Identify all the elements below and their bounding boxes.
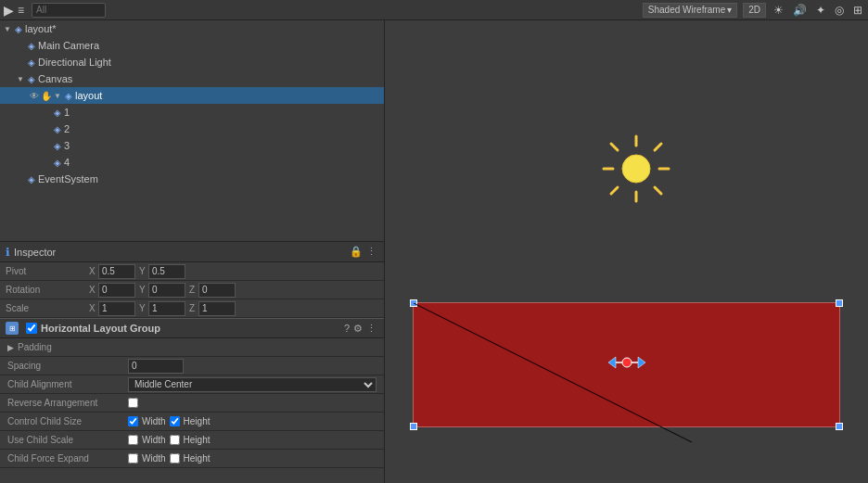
hierarchy-label-item4: 4: [64, 157, 70, 168]
corner-handle-tr[interactable]: [836, 299, 843, 307]
pivot-y-axis-label: Y: [139, 266, 147, 276]
effects-icon-button[interactable]: ✦: [814, 4, 827, 17]
svg-line-7: [611, 187, 618, 194]
force-expand-height-label: Height: [184, 453, 211, 464]
spacing-label: Spacing: [7, 361, 128, 371]
viewport[interactable]: [385, 20, 868, 483]
top-toolbar: ▶ ≡ Shaded Wireframe ▾ 2D ☀ 🔊 ✦ ◎ ⊞: [0, 0, 868, 20]
hierarchy-icon-directional_light: ◈: [28, 57, 35, 68]
child-force-expand-label: Child Force Expand: [7, 453, 128, 464]
audio-icon-button[interactable]: 🔊: [791, 4, 809, 17]
hierarchy-item-item3[interactable]: ◈3: [0, 137, 384, 154]
hierarchy-item-directional_light[interactable]: ◈Directional Light: [0, 54, 384, 70]
inspector-menu-button[interactable]: ⋮: [364, 246, 378, 258]
rotation-label: Rotation: [6, 285, 89, 295]
sun-svg: [599, 132, 673, 206]
spacing-input[interactable]: [128, 359, 184, 374]
rotation-fields: X Y Z: [89, 283, 378, 298]
padding-arrow-icon: ▶: [7, 343, 14, 352]
hamburger-icon[interactable]: ≡: [18, 4, 24, 17]
pivot-y-input[interactable]: [148, 264, 185, 279]
control-child-size-checkboxes: Width Height: [128, 416, 210, 426]
toolbar-search-input[interactable]: [32, 3, 106, 18]
hierarchy-label-item2: 2: [64, 123, 70, 134]
light-icon-button[interactable]: ☀: [772, 4, 785, 17]
corner-handle-tl[interactable]: [410, 299, 417, 307]
selected-rect[interactable]: [413, 302, 840, 427]
corner-handle-bl[interactable]: [410, 423, 417, 430]
hierarchy-label-layout_root: layout*: [25, 23, 57, 34]
child-alignment-dropdown[interactable]: Upper LeftUpper CenterUpper RightMiddle …: [128, 377, 377, 392]
padding-label: Padding: [18, 342, 52, 352]
hierarchy-item-item1[interactable]: ◈1: [0, 104, 384, 121]
scale-z-input[interactable]: [198, 301, 236, 316]
main-area: ▼◈layout*◈Main Camera◈Directional Light▼…: [0, 20, 868, 483]
hierarchy-item-main_camera[interactable]: ◈Main Camera: [0, 37, 384, 54]
component-title: Horizontal Layout Group: [41, 323, 160, 334]
hierarchy-icon-layout_root: ◈: [15, 24, 22, 34]
unity-logo-icon: ▶: [4, 3, 14, 18]
component-enabled-checkbox[interactable]: [26, 323, 37, 334]
scale-y-input[interactable]: [148, 301, 185, 316]
control-child-size-row: Control Child Size Width Height: [0, 413, 384, 431]
pivot-x-input[interactable]: [98, 264, 135, 279]
hierarchy-icon-layout_child: ◈: [65, 91, 72, 101]
layers-icon-button[interactable]: ⊞: [851, 4, 864, 17]
use-child-scale-width-checkbox[interactable]: [128, 435, 138, 445]
hierarchy-item-canvas[interactable]: ▼◈Canvas: [0, 70, 384, 87]
child-force-expand-width-checkbox[interactable]: [128, 453, 138, 464]
view-2d-button[interactable]: 2D: [743, 3, 766, 18]
rotation-x-input[interactable]: [98, 283, 135, 298]
hierarchy-label-canvas: Canvas: [38, 73, 72, 84]
eye-icon[interactable]: 👁: [30, 91, 39, 101]
hierarchy-icon-canvas: ◈: [28, 74, 35, 84]
control-child-size-height-checkbox[interactable]: [170, 416, 180, 426]
rotation-z-input[interactable]: [198, 283, 236, 298]
rotation-z-axis-label: Z: [189, 285, 197, 295]
force-expand-width-label: Width: [142, 453, 166, 464]
svg-marker-11: [638, 357, 645, 368]
scale-y-group: Y: [139, 301, 185, 316]
lock-button[interactable]: 🔒: [348, 246, 364, 258]
rotation-y-group: Y: [139, 283, 185, 298]
rotation-x-axis-label: X: [89, 285, 96, 295]
corner-handle-br[interactable]: [836, 423, 843, 430]
hierarchy-label-main_camera: Main Camera: [38, 40, 99, 51]
svg-marker-10: [608, 357, 616, 368]
scale-x-axis-label: X: [89, 303, 96, 313]
hand-icon[interactable]: ✋: [41, 91, 52, 101]
control-height-label: Height: [184, 416, 211, 426]
control-child-size-width-checkbox[interactable]: [128, 416, 138, 426]
hierarchy-item-event_system[interactable]: ◈EventSystem: [0, 171, 384, 187]
hierarchy-item-layout_root[interactable]: ▼◈layout*: [0, 20, 384, 37]
use-child-scale-row: Use Child Scale Width Height: [0, 431, 384, 450]
use-child-scale-label: Use Child Scale: [7, 435, 128, 445]
gizmos-icon-button[interactable]: ◎: [833, 4, 846, 17]
hierarchy-item-item4[interactable]: ◈4: [0, 154, 384, 171]
component-settings-button[interactable]: ⚙: [351, 323, 364, 335]
scale-y-axis-label: Y: [139, 303, 147, 313]
inspector-header: ℹ Inspector 🔒 ⋮: [0, 242, 384, 262]
hierarchy-label-event_system: EventSystem: [38, 173, 98, 184]
hierarchy-item-layout_child[interactable]: 👁✋▼◈layout: [0, 87, 384, 104]
scale-x-input[interactable]: [98, 301, 135, 316]
child-force-expand-row: Child Force Expand Width Height: [0, 450, 384, 468]
hierarchy-label-directional_light: Directional Light: [38, 57, 111, 68]
pivot-x-axis-label: X: [89, 266, 96, 276]
hierarchy-item-item2[interactable]: ◈2: [0, 121, 384, 137]
child-alignment-label: Child Alignment: [7, 379, 128, 389]
use-child-scale-height-checkbox[interactable]: [170, 435, 180, 445]
svg-line-9: [414, 303, 692, 442]
toolbar-logo: ▶ ≡: [4, 3, 24, 18]
scale-z-group: Z: [189, 301, 236, 316]
reverse-arrangement-checkbox[interactable]: [128, 398, 138, 408]
component-help-button[interactable]: ?: [342, 323, 351, 334]
svg-point-12: [622, 358, 632, 367]
component-menu-button[interactable]: ⋮: [364, 323, 378, 335]
shading-mode-dropdown[interactable]: Shaded Wireframe ▾: [643, 3, 737, 18]
rotation-y-input[interactable]: [148, 283, 185, 298]
hierarchy-label-layout_child: layout: [75, 90, 102, 101]
inspector-title: Inspector: [14, 247, 56, 258]
use-scale-width-label: Width: [142, 435, 166, 445]
child-force-expand-height-checkbox[interactable]: [170, 453, 180, 464]
